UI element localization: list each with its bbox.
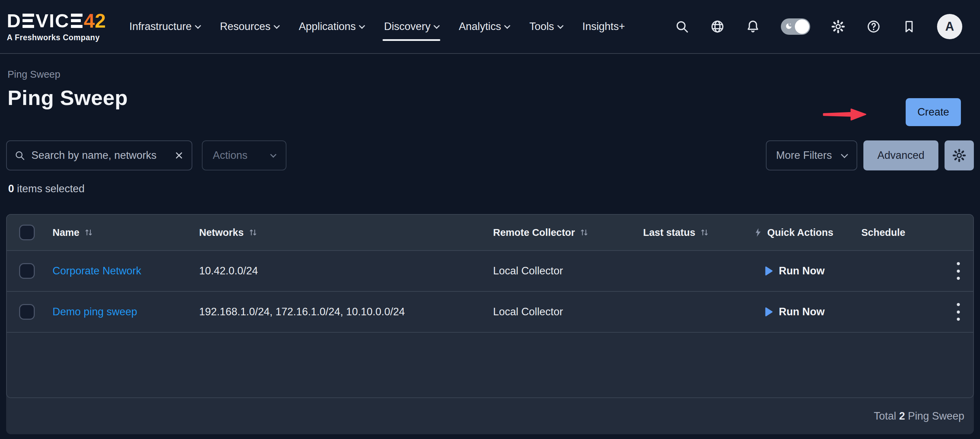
more-filters-label: More Filters [776, 149, 832, 162]
search-icon [14, 150, 25, 161]
column-label: Last status [643, 227, 695, 238]
column-label: Networks [199, 227, 244, 238]
create-button[interactable]: Create [906, 98, 961, 126]
advanced-button[interactable]: Advanced [863, 140, 939, 170]
annotation-arrow-icon [822, 106, 867, 123]
nav-label: Analytics [459, 21, 501, 33]
chevron-down-icon [270, 151, 276, 157]
main-menu: Infrastructure Resources Applications Di… [119, 0, 635, 53]
more-filters-dropdown[interactable]: More Filters [766, 140, 857, 170]
bookmark-icon[interactable] [902, 19, 916, 34]
nav-label: Tools [529, 21, 554, 33]
networks-cell: 192.168.1.0/24, 172.16.1.0/24, 10.10.0.0… [199, 306, 493, 318]
nav-item-tools[interactable]: Tools [529, 0, 562, 53]
column-header-schedule: Schedule [861, 227, 943, 238]
nav-item-insights[interactable]: Insights+ [582, 0, 625, 53]
total-prefix: Total [874, 410, 899, 422]
nav-item-resources[interactable]: Resources [220, 0, 279, 53]
actions-label: Actions [213, 149, 248, 162]
theme-toggle[interactable] [781, 18, 810, 35]
search-icon[interactable] [675, 19, 689, 34]
remote-collector-cell: Local Collector [493, 265, 643, 277]
avatar-initial: A [945, 19, 954, 34]
breadcrumb[interactable]: Ping Sweep [8, 69, 974, 80]
chevron-down-icon [434, 22, 440, 29]
ping-sweep-name-link[interactable]: Demo ping sweep [52, 306, 137, 318]
kebab-menu-icon[interactable] [956, 303, 960, 321]
total-suffix: Ping Sweep [905, 410, 964, 422]
nav-item-discovery[interactable]: Discovery [384, 0, 439, 53]
moon-icon [783, 21, 794, 32]
table-row: Demo ping sweep 192.168.1.0/24, 172.16.1… [7, 292, 973, 332]
table-empty-area [7, 332, 973, 398]
bell-icon[interactable] [745, 19, 760, 34]
page-content: Ping Sweep Ping Sweep Create Actions Mor… [0, 69, 980, 434]
table-footer: Total 2 Ping Sweep [6, 398, 974, 434]
column-header-name[interactable]: Name [47, 227, 199, 238]
avatar[interactable]: A [937, 14, 962, 39]
table-header-row: Name Networks Remo [7, 215, 973, 251]
sort-icon[interactable] [579, 227, 589, 237]
run-now-label: Run Now [779, 306, 824, 318]
table-panel: Name Networks Remo [6, 214, 974, 434]
column-header-last-status[interactable]: Last status [643, 227, 753, 238]
logo-e-bars-icon [22, 14, 34, 28]
nav-item-analytics[interactable]: Analytics [459, 0, 509, 53]
total-count: Total 2 Ping Sweep [874, 410, 964, 422]
column-header-remote-collector[interactable]: Remote Collector [493, 227, 643, 238]
column-label: Name [52, 227, 80, 238]
chevron-down-icon [274, 22, 280, 29]
nav-utilities: A [675, 14, 962, 39]
nav-label: Infrastructure [129, 21, 192, 33]
networks-cell: 10.42.0.0/24 [199, 265, 493, 277]
logo-number-2: 2 [95, 11, 106, 31]
ping-sweep-name-link[interactable]: Corporate Network [52, 265, 141, 277]
nav-item-infrastructure[interactable]: Infrastructure [129, 0, 200, 53]
search-box[interactable] [6, 140, 192, 170]
actions-dropdown[interactable]: Actions [202, 140, 286, 170]
select-all-checkbox[interactable] [19, 224, 35, 240]
logo-letter: VIC [35, 11, 69, 30]
selection-count: 0 [8, 183, 14, 195]
logo-tagline: A Freshworks Company [7, 33, 106, 42]
search-input[interactable] [31, 149, 168, 162]
nav-item-applications[interactable]: Applications [299, 0, 364, 53]
chevron-down-icon [504, 22, 511, 29]
filter-right-group: More Filters Advanced [766, 140, 974, 170]
device42-logo[interactable]: D VIC 4 2 A Freshworks Company [7, 11, 106, 42]
row-checkbox[interactable] [19, 263, 35, 279]
globe-icon[interactable] [710, 19, 725, 34]
nav-label: Resources [220, 21, 270, 33]
logo-e-bars-icon [71, 14, 83, 28]
sort-icon[interactable] [699, 227, 710, 237]
clear-icon[interactable] [174, 150, 184, 161]
column-label: Schedule [861, 227, 905, 238]
kebab-menu-icon[interactable] [956, 262, 960, 280]
column-label: Remote Collector [493, 227, 575, 238]
nav-label: Applications [299, 21, 356, 33]
column-header-quick-actions: Quick Actions [753, 227, 861, 238]
sort-icon[interactable] [84, 227, 94, 237]
row-checkbox[interactable] [19, 304, 35, 320]
nav-label: Insights+ [582, 21, 625, 33]
column-header-networks[interactable]: Networks [199, 227, 493, 238]
gear-icon [952, 148, 966, 162]
run-now-button[interactable]: Run Now [753, 306, 861, 318]
help-icon[interactable] [866, 19, 881, 34]
remote-collector-cell: Local Collector [493, 306, 643, 318]
run-now-button[interactable]: Run Now [753, 265, 861, 277]
run-now-label: Run Now [779, 265, 824, 277]
chevron-down-icon [195, 22, 201, 29]
gear-icon[interactable] [830, 19, 846, 34]
table-settings-button[interactable] [945, 140, 974, 170]
logo-letter: D [7, 11, 21, 30]
logo-wordmark: D VIC 4 2 [7, 11, 106, 30]
table-row: Corporate Network 10.42.0.0/24 Local Col… [7, 251, 973, 292]
ping-sweep-table: Name Networks Remo [6, 214, 974, 398]
column-label: Quick Actions [767, 227, 834, 238]
sort-icon[interactable] [248, 227, 258, 237]
top-nav: D VIC 4 2 A Freshworks Company Infrastru… [0, 0, 980, 54]
total-number: 2 [899, 410, 905, 422]
selection-text: items selected [14, 183, 84, 195]
logo-number-4: 4 [84, 11, 95, 31]
